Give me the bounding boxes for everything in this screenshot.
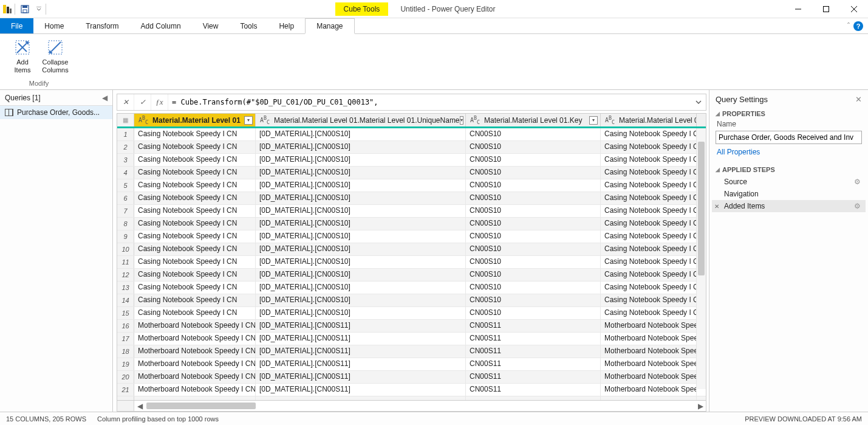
- column-header[interactable]: ABC Material.Material Level 01.M: [601, 114, 697, 126]
- cell[interactable]: [0D_MATERIAL].[CN00S10]: [256, 218, 466, 230]
- cell[interactable]: Casing Notebook Speedy I CN: [601, 218, 697, 230]
- expand-formula-button[interactable]: [691, 99, 706, 105]
- cell[interactable]: [0D_MATERIAL].[CN00S11]: [256, 345, 466, 358]
- cell[interactable]: Casing Notebook Speedy I CN: [134, 192, 256, 204]
- cell[interactable]: CN00S11: [466, 320, 601, 332]
- cell[interactable]: Casing Notebook Speedy I CN: [601, 179, 697, 192]
- cell[interactable]: CN00S10: [466, 179, 601, 192]
- row-header[interactable]: 18: [117, 345, 134, 358]
- table-row[interactable]: 9Casing Notebook Speedy I CN[0D_MATERIAL…: [117, 230, 706, 243]
- collapse-pane-icon[interactable]: ◀: [102, 94, 108, 102]
- cell[interactable]: Motherboard Notebook Speedy I CN: [134, 333, 256, 345]
- row-header[interactable]: 22: [117, 396, 134, 400]
- cell[interactable]: [0D_MATERIAL].[CN00S10]: [256, 192, 466, 204]
- cell[interactable]: [0D_MATERIAL].[CN00S11]: [256, 371, 466, 383]
- minimize-button[interactable]: [784, 0, 812, 18]
- table-row[interactable]: 17Motherboard Notebook Speedy I CN[0D_MA…: [117, 333, 706, 345]
- cell[interactable]: Motherboard Notebook Speed: [601, 384, 697, 396]
- cell[interactable]: Casing Notebook Speedy I CN: [601, 256, 697, 268]
- row-header[interactable]: 20: [117, 371, 134, 383]
- cell[interactable]: [0D_MATERIAL].[CN00S10]: [256, 269, 466, 281]
- commit-formula-button[interactable]: ✓: [134, 94, 151, 110]
- cell[interactable]: Casing Notebook Speedy I CN: [134, 230, 256, 243]
- row-header[interactable]: 17: [117, 333, 134, 345]
- table-row[interactable]: 16Motherboard Notebook Speedy I CN[0D_MA…: [117, 320, 706, 333]
- cell[interactable]: Casing Notebook Speedy I CN: [134, 243, 256, 255]
- cell[interactable]: [0D_MATERIAL].[CN00S10]: [256, 230, 466, 243]
- table-row[interactable]: 22: [117, 396, 706, 400]
- cell[interactable]: CN00S10: [466, 192, 601, 204]
- row-header[interactable]: 21: [117, 384, 134, 396]
- table-row[interactable]: 10Casing Notebook Speedy I CN[0D_MATERIA…: [117, 243, 706, 256]
- table-row[interactable]: 19Motherboard Notebook Speedy I CN[0D_MA…: [117, 358, 706, 371]
- tab-add-column[interactable]: Add Column: [130, 18, 192, 33]
- row-header[interactable]: 9: [117, 230, 134, 243]
- table-row[interactable]: 6Casing Notebook Speedy I CN[0D_MATERIAL…: [117, 192, 706, 205]
- column-header[interactable]: ABC Material.Material Level 01.Material …: [256, 114, 466, 126]
- cell[interactable]: CN00S11: [466, 384, 601, 396]
- cell[interactable]: Motherboard Notebook Speedy I CN: [134, 358, 256, 370]
- table-row[interactable]: 14Casing Notebook Speedy I CN[0D_MATERIA…: [117, 294, 706, 307]
- table-row[interactable]: 8Casing Notebook Speedy I CN[0D_MATERIAL…: [117, 218, 706, 230]
- cell[interactable]: Casing Notebook Speedy I CN: [134, 269, 256, 281]
- scrollbar-thumb[interactable]: [698, 142, 705, 275]
- step-source[interactable]: Source ⚙: [712, 176, 866, 188]
- table-row[interactable]: 12Casing Notebook Speedy I CN[0D_MATERIA…: [117, 269, 706, 282]
- collapse-columns-button[interactable]: Collapse Columns: [40, 36, 70, 80]
- cell[interactable]: [601, 396, 697, 400]
- table-row[interactable]: 5Casing Notebook Speedy I CN[0D_MATERIAL…: [117, 179, 706, 192]
- cell[interactable]: Casing Notebook Speedy I CN: [601, 294, 697, 306]
- tab-file[interactable]: File: [0, 18, 33, 33]
- cell[interactable]: Motherboard Notebook Speedy I CN: [134, 320, 256, 332]
- table-row[interactable]: 4Casing Notebook Speedy I CN[0D_MATERIAL…: [117, 167, 706, 179]
- cell[interactable]: [0D_MATERIAL].[CN00S10]: [256, 307, 466, 319]
- qat-dropdown-icon[interactable]: [35, 2, 43, 16]
- table-row[interactable]: 3Casing Notebook Speedy I CN[0D_MATERIAL…: [117, 154, 706, 167]
- cell[interactable]: Casing Notebook Speedy I CN: [134, 294, 256, 306]
- cell[interactable]: [134, 396, 256, 400]
- cell[interactable]: Casing Notebook Speedy I CN: [134, 128, 256, 140]
- row-header[interactable]: 3: [117, 154, 134, 166]
- table-row[interactable]: 2Casing Notebook Speedy I CN[0D_MATERIAL…: [117, 141, 706, 154]
- column-filter-button[interactable]: ▾: [460, 116, 463, 125]
- cell[interactable]: CN00S10: [466, 218, 601, 230]
- close-button[interactable]: [840, 0, 868, 18]
- cell[interactable]: [0D_MATERIAL].[CN00S10]: [256, 205, 466, 217]
- help-icon[interactable]: ?: [853, 21, 863, 31]
- maximize-button[interactable]: [812, 0, 840, 18]
- cell[interactable]: Casing Notebook Speedy I CN: [601, 192, 697, 204]
- cell[interactable]: Casing Notebook Speedy I CN: [134, 205, 256, 217]
- cell[interactable]: [0D_MATERIAL].[CN00S11]: [256, 333, 466, 345]
- all-properties-link[interactable]: All Properties: [709, 148, 868, 156]
- cell[interactable]: CN00S10: [466, 128, 601, 140]
- row-header[interactable]: 7: [117, 205, 134, 217]
- table-row[interactable]: 13Casing Notebook Speedy I CN[0D_MATERIA…: [117, 282, 706, 294]
- cell[interactable]: [0D_MATERIAL].[CN00S11]: [256, 384, 466, 396]
- cell[interactable]: Motherboard Notebook Speedy I CN: [134, 371, 256, 383]
- cell[interactable]: Casing Notebook Speedy I CN: [134, 179, 256, 192]
- cell[interactable]: CN00S10: [466, 167, 601, 179]
- cell[interactable]: [0D_MATERIAL].[CN00S10]: [256, 141, 466, 153]
- close-pane-icon[interactable]: ✕: [855, 95, 862, 104]
- row-header[interactable]: 11: [117, 256, 134, 268]
- row-header[interactable]: 12: [117, 269, 134, 281]
- cell[interactable]: Casing Notebook Speedy I CN: [134, 282, 256, 294]
- cell[interactable]: [0D_MATERIAL].[CN00S10]: [256, 167, 466, 179]
- step-added-items[interactable]: Added Items ⚙: [712, 200, 866, 212]
- queries-pane-header[interactable]: Queries [1] ◀: [0, 90, 112, 106]
- cell[interactable]: [0D_MATERIAL].[CN00S10]: [256, 179, 466, 192]
- cell[interactable]: [466, 396, 601, 400]
- tab-manage[interactable]: Manage: [305, 18, 354, 34]
- cell[interactable]: CN00S10: [466, 269, 601, 281]
- cell[interactable]: CN00S10: [466, 294, 601, 306]
- cell[interactable]: [0D_MATERIAL].[CN00S11]: [256, 320, 466, 332]
- cell[interactable]: [0D_MATERIAL].[CN00S10]: [256, 128, 466, 140]
- table-row[interactable]: 11Casing Notebook Speedy I CN[0D_MATERIA…: [117, 256, 706, 269]
- cell[interactable]: CN00S11: [466, 345, 601, 358]
- table-row[interactable]: 1Casing Notebook Speedy I CN[0D_MATERIAL…: [117, 128, 706, 141]
- properties-section-header[interactable]: ◢ PROPERTIES: [709, 106, 868, 119]
- tab-home[interactable]: Home: [33, 18, 75, 33]
- cell[interactable]: CN00S10: [466, 154, 601, 166]
- cell[interactable]: [0D_MATERIAL].[CN00S10]: [256, 282, 466, 294]
- cell[interactable]: Casing Notebook Speedy I CN: [134, 167, 256, 179]
